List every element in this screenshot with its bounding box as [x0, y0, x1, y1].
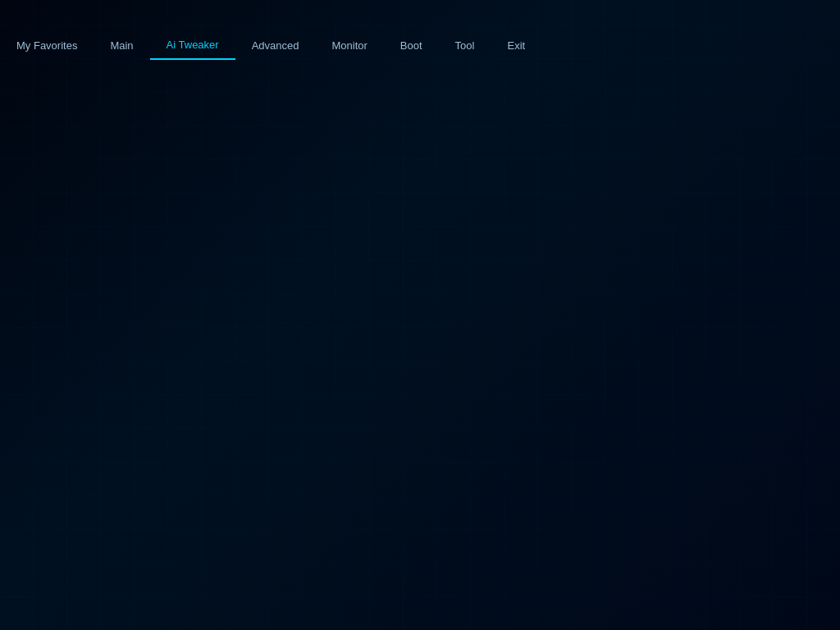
nav-monitor[interactable]: Monitor: [316, 31, 384, 60]
nav-tool[interactable]: Tool: [439, 31, 491, 60]
nav-boot[interactable]: Boot: [384, 31, 439, 60]
nav-advanced[interactable]: Advanced: [235, 31, 316, 60]
nav-main[interactable]: Main: [94, 31, 149, 60]
nav-ai-tweaker[interactable]: Ai Tweaker: [150, 31, 235, 60]
nav-my-favorites[interactable]: My Favorites: [0, 31, 94, 60]
nav-exit[interactable]: Exit: [491, 31, 541, 60]
